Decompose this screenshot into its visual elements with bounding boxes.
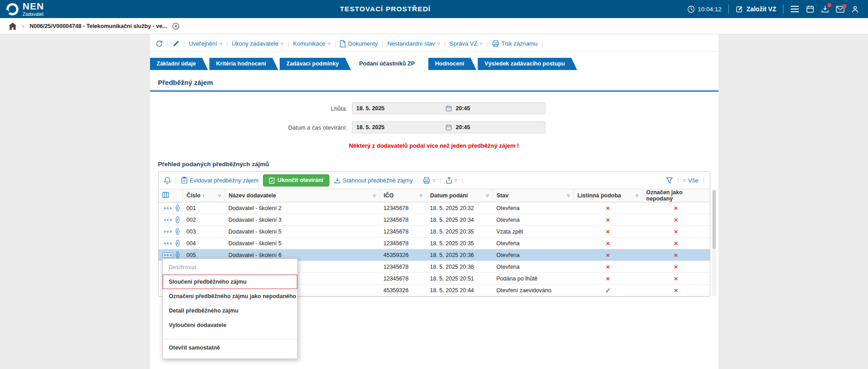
tab-zadavaci-podminky[interactable]: Zadávací podmínky <box>280 58 351 70</box>
filter-triangle-icon[interactable]: ▽ <box>486 194 489 198</box>
column-header-nepodany[interactable]: Označen jako nepodaný <box>643 189 710 202</box>
notification-badge <box>843 4 847 8</box>
page-title: Předběžný zájem <box>158 79 213 86</box>
user-icon[interactable] <box>851 5 859 13</box>
row-menu-button[interactable] <box>162 252 174 258</box>
filter-all-dropdown[interactable]: ▽Vše <box>683 177 699 184</box>
chevron-down-icon: ▽ <box>479 42 482 46</box>
menubar-uverejneni[interactable]: Uveřejnění▽ <box>189 40 222 47</box>
column-chooser[interactable] <box>159 189 183 202</box>
info-icon[interactable]: i <box>176 216 179 223</box>
row-menu-button[interactable] <box>162 241 174 246</box>
ukoncit-oteviran-button[interactable]: Ukončit otevírání <box>263 174 329 187</box>
table-row[interactable]: i 002 Dodavatel - školení 3 12345678 18.… <box>159 214 710 226</box>
cell-nazev: Dodavatel - školení 5 <box>225 238 380 249</box>
info-icon[interactable]: i <box>176 240 179 247</box>
table-row[interactable]: i 003 Dodavatel - školení 5 12345678 18.… <box>159 226 710 238</box>
tab-podani-ucastniku-zp[interactable]: Podání účastníků ZP <box>352 58 427 70</box>
home-icon[interactable] <box>9 23 17 30</box>
menu-item-slouceni[interactable]: Sloučení předběžného zájmu <box>163 275 297 289</box>
filter-triangle-icon[interactable]: ▽ <box>567 194 570 198</box>
listinna-mark: × <box>606 275 610 282</box>
info-icon[interactable]: i <box>176 252 179 258</box>
vertical-scrollbar[interactable] <box>712 189 716 296</box>
scrollbar-thumb[interactable] <box>713 190 716 249</box>
menu-item-oznaceni-nepodaneho[interactable]: Označení předběžného zájmu jako nepodané… <box>163 289 297 304</box>
info-icon[interactable]: i <box>176 205 179 211</box>
cell-ico: 12345678 <box>380 273 427 285</box>
row-menu-button[interactable] <box>162 229 174 234</box>
menubar-dokumenty[interactable]: Dokumenty <box>340 40 378 47</box>
tab-zakladni-udaje[interactable]: Základní údaje <box>150 58 208 70</box>
print-grid-button[interactable]: ▽ <box>423 177 435 184</box>
menubar-nestandardni-stav[interactable]: Nestandardní stav▽ <box>387 40 440 47</box>
lhuta-date-value: 18. 5. 2025 <box>352 105 446 112</box>
filter-triangle-icon[interactable]: ▽ <box>373 194 376 198</box>
evidovat-button[interactable]: Evidovat předběžný zájem <box>181 177 258 184</box>
calendar-icon[interactable] <box>446 124 452 131</box>
cell-stav: Otevřena <box>493 261 574 273</box>
table-row[interactable]: i 001 Dodavatel - školení 2 12345678 18.… <box>159 202 710 214</box>
stahnout-button[interactable]: Stáhnout předběžné zájmy <box>334 177 413 184</box>
cell-nazev: Dodavatel - školení 5 <box>225 226 380 238</box>
chevron-down-icon: ▽ <box>683 179 686 182</box>
topbar: NEN Zadavatel TESTOVACÍ PROSTŘEDÍ 10:04:… <box>0 0 868 18</box>
menu-item-otevrit-samostatne[interactable]: Otevřít samostatně <box>163 339 297 355</box>
nen-logo[interactable]: NEN Zadavatel <box>6 1 83 17</box>
downloads-icon[interactable] <box>821 5 829 13</box>
filter-triangle-icon[interactable]: ▽ <box>636 194 638 198</box>
listinna-mark: × <box>606 216 610 224</box>
notification-badge <box>827 3 831 7</box>
messages-icon[interactable] <box>836 6 845 13</box>
menubar-tisk-zaznamu[interactable]: Tisk záznamu <box>492 40 538 47</box>
hamburger-menu-icon[interactable] <box>790 5 799 13</box>
calendar-icon[interactable] <box>446 105 452 112</box>
filter-icon[interactable] <box>666 177 673 183</box>
filter-triangle-icon[interactable]: ▽ <box>420 194 422 198</box>
nepodany-mark: × <box>674 228 678 235</box>
lhuta-label: Lhůta: <box>150 105 352 112</box>
content-area: | | Uveřejnění▽ | Úkony zadavatele▽ | Ko… <box>150 34 718 369</box>
column-header-ico[interactable]: IČO▽ <box>380 189 427 202</box>
close-record-icon[interactable] <box>172 23 179 30</box>
menu-item-vylouceni[interactable]: Vyloučení dodavatele <box>163 318 297 332</box>
oteviran-field[interactable]: 18. 5. 2025 20:45 <box>352 121 545 133</box>
menu-item-detail[interactable]: Detail předběžného zájmu <box>163 304 297 318</box>
divider: | <box>444 41 446 47</box>
nepodany-mark: × <box>674 263 678 271</box>
info-icon[interactable]: i <box>176 228 179 235</box>
breadcrumb-record[interactable]: N006/25/V00004748 - Telekomunikační služ… <box>29 23 167 29</box>
cell-datum: 18. 5. 2025 20:38 <box>427 261 493 273</box>
row-menu-button[interactable] <box>162 206 174 211</box>
divider <box>728 5 729 14</box>
oteviran-time-value: 20:45 <box>452 124 545 131</box>
tab-vysledek-zadavaciho-postupu[interactable]: Výsledek zadávacího postupu <box>478 58 577 70</box>
zalozit-vz-button[interactable]: Založit VZ <box>736 5 776 13</box>
row-menu-button[interactable] <box>162 217 174 223</box>
cell-stav: Otevřena <box>493 249 574 261</box>
listinna-mark: × <box>606 251 610 259</box>
cell-datum: 18. 5. 2025 20:32 <box>427 202 493 214</box>
cell-datum: 18. 5. 2025 20:35 <box>427 238 493 249</box>
menubar-ukony-zadavatele[interactable]: Úkony zadavatele▽ <box>232 40 284 47</box>
cell-stav: Otevřena <box>493 202 574 214</box>
menubar-komunikace[interactable]: Komunikace▽ <box>293 40 331 47</box>
tab-kriteria-hodnoceni[interactable]: Kritéria hodnocení <box>209 58 278 70</box>
pencil-icon[interactable] <box>173 40 179 47</box>
export-button[interactable]: ▽ <box>446 177 457 184</box>
filter-triangle-icon[interactable]: ▽ <box>218 194 221 198</box>
column-header-nazev[interactable]: Název dodavatele▽ <box>225 189 380 202</box>
cell-nazev: Dodavatel - školení 3 <box>225 214 380 226</box>
column-header-listinna[interactable]: Listinná podoba▽ <box>574 189 643 202</box>
bell-icon[interactable] <box>164 177 171 184</box>
column-header-cislo[interactable]: Číslo↑▽ <box>183 189 225 202</box>
lhuta-field[interactable]: 18. 5. 2025 20:45 <box>352 103 545 114</box>
table-row[interactable]: i 004 Dodavatel - školení 5 12345678 18.… <box>159 238 710 249</box>
calendar-icon[interactable] <box>806 5 814 13</box>
column-header-stav[interactable]: Stav▽ <box>493 189 574 202</box>
share-icon <box>446 177 452 184</box>
column-header-datum[interactable]: Datum podání▽ <box>427 189 493 202</box>
history-icon[interactable] <box>155 40 163 47</box>
menubar-sprava-vz[interactable]: Správa VZ▽ <box>450 40 483 47</box>
tab-hodnoceni[interactable]: Hodnocení <box>428 58 477 70</box>
